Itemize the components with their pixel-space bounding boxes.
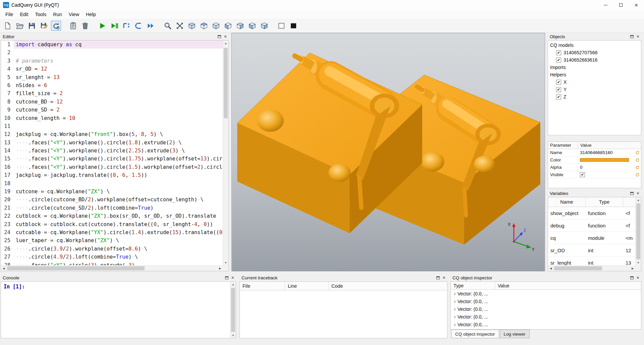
menu-edit[interactable]: Edit xyxy=(16,11,32,18)
code-line[interactable]: 3# parameters xyxy=(1,57,223,65)
code-line[interactable]: 7fillet_size·=·2 xyxy=(1,89,223,97)
code-line[interactable]: 6nSides·=·6 xyxy=(1,81,223,89)
expand-chevron-icon[interactable]: › xyxy=(452,322,458,327)
scroll-up-arrow[interactable]: ▲ xyxy=(223,41,228,46)
code-line[interactable]: 28····.faces("<Y").circle(3).extrude(-3) xyxy=(1,261,223,265)
fit-all-button[interactable] xyxy=(175,21,185,31)
expand-chevron-icon[interactable]: › xyxy=(452,299,458,304)
reset-button[interactable] xyxy=(634,171,641,178)
scrollbar-thumb[interactable] xyxy=(636,203,640,259)
menu-tools[interactable]: Tools xyxy=(32,11,50,18)
editor-vertical-scrollbar[interactable]: ▲ ▼ xyxy=(223,41,228,265)
visibility-checkbox[interactable]: ✔ xyxy=(556,50,561,55)
code-line[interactable]: 15····.faces("<Y").workplane().circle(1.… xyxy=(1,155,223,163)
variable-row-cq[interactable]: cqmodule<m xyxy=(548,232,635,244)
property-value[interactable]: ✔ xyxy=(578,171,634,178)
clipboard-button[interactable] xyxy=(68,21,78,31)
scroll-left-arrow[interactable]: ◀ xyxy=(548,266,553,271)
code-line[interactable]: 23cutblock·=·cutblock.cut(cutcone).trans… xyxy=(1,220,223,228)
close-button[interactable]: × xyxy=(629,0,644,10)
view-back-button[interactable] xyxy=(235,21,245,31)
autoreload-button[interactable] xyxy=(51,21,61,31)
column-header-type[interactable]: Type xyxy=(586,197,623,207)
maximize-button[interactable] xyxy=(613,0,629,10)
save-button[interactable] xyxy=(27,21,37,31)
expand-chevron-icon[interactable]: › xyxy=(452,306,458,312)
tree-item-imports[interactable]: Imports xyxy=(548,64,641,71)
view-front-button[interactable] xyxy=(223,21,233,31)
variables-table-header[interactable]: NameType xyxy=(548,197,635,207)
column-header-value[interactable]: Value xyxy=(495,282,641,289)
code-line[interactable]: 12jackplug·=·cq.Workplane("front").box(5… xyxy=(1,130,223,138)
menu-help[interactable]: Help xyxy=(83,11,99,18)
color-swatch[interactable] xyxy=(580,158,629,162)
column-header-file[interactable]: File xyxy=(240,282,285,290)
code-line[interactable]: 8cutcone_BD·=·12 xyxy=(1,98,223,106)
reset-button[interactable] xyxy=(634,156,641,163)
scroll-up-arrow[interactable]: ▲ xyxy=(230,282,236,287)
step-into-button[interactable] xyxy=(133,21,144,31)
scroll-up-arrow[interactable]: ▲ xyxy=(636,197,641,203)
view-right-button[interactable] xyxy=(259,21,269,31)
column-header-line[interactable]: Line xyxy=(285,282,329,290)
new-file-button[interactable] xyxy=(3,21,13,31)
visibility-checkbox[interactable]: ✔ xyxy=(556,80,561,85)
continue-button[interactable] xyxy=(146,21,156,31)
tab-cq-object-inspector[interactable]: CQ object inspector xyxy=(451,330,499,338)
view-bottom-button[interactable] xyxy=(211,21,221,31)
code-line[interactable]: 26····.circle(3.9/2).workplane(offset=8.… xyxy=(1,245,223,253)
inspector-row[interactable]: ›Vector: (0.0, ... xyxy=(451,297,641,305)
inspector-table-header[interactable]: Type Value xyxy=(451,282,641,290)
column-header-value[interactable]: Value xyxy=(578,142,641,149)
scrollbar-thumb[interactable] xyxy=(7,266,145,270)
code-line[interactable]: 27····.circle(4.9/2).loft(combine=True)·… xyxy=(1,253,223,261)
delete-button[interactable] xyxy=(80,21,90,31)
code-line[interactable]: 25luer_taper·=·cq.Workplane("ZX")·\ xyxy=(1,236,223,245)
scroll-right-arrow[interactable]: ▶ xyxy=(217,266,223,271)
run-button[interactable] xyxy=(97,21,107,31)
code-line[interactable]: 19cutcone·=·cq.Workplane("ZX")·\ xyxy=(1,188,223,196)
visibility-checkbox[interactable]: ✔ xyxy=(556,94,561,99)
visibility-checkbox[interactable]: ✔ xyxy=(556,87,561,92)
close-icon[interactable]: × xyxy=(443,275,445,280)
float-icon[interactable] xyxy=(630,276,634,279)
code-line[interactable]: 14····.faces("<Y").workplane().circle(2.… xyxy=(1,147,223,155)
float-icon[interactable] xyxy=(218,35,221,38)
scrollbar-thumb[interactable] xyxy=(224,48,228,118)
code-line[interactable]: 16····.faces("<Y").workplane().circle(1.… xyxy=(1,163,223,171)
view-top-button[interactable] xyxy=(199,21,209,31)
view-iso-button[interactable] xyxy=(187,21,197,31)
close-icon[interactable]: × xyxy=(637,34,639,39)
code-line[interactable]: 24cutcable·=·cq.Workplane("YX").circle(1… xyxy=(1,228,223,236)
step-over-button[interactable] xyxy=(121,21,131,31)
inspector-row[interactable]: ›Vector: (0.0, ... xyxy=(451,321,641,328)
code-line[interactable]: 5sr_lenght·=·13 xyxy=(1,73,223,81)
variable-row-debug[interactable]: debugfunction<f xyxy=(548,219,635,232)
column-header-name[interactable]: Name xyxy=(548,197,586,207)
scroll-down-arrow[interactable]: ▼ xyxy=(230,333,236,338)
console-body[interactable]: In [1]: ▲ ▼ xyxy=(1,281,236,338)
open-file-button[interactable] xyxy=(15,21,25,31)
column-header-parameter[interactable]: Parameter xyxy=(548,142,578,149)
debug-button[interactable] xyxy=(109,21,119,31)
visible-checkbox[interactable]: ✔ xyxy=(580,172,585,177)
code-line[interactable]: 13····.faces("<Y").workplane().circle(1.… xyxy=(1,139,223,147)
code-line[interactable]: 10cutcone_length·=·10 xyxy=(1,114,223,122)
properties-header[interactable]: Parameter Value xyxy=(548,142,641,149)
scrollbar-thumb[interactable] xyxy=(554,266,602,270)
variable-row-sr_lenght[interactable]: sr_lenghtint13 xyxy=(548,257,635,265)
column-header-value[interactable] xyxy=(623,197,635,207)
save-as-button[interactable] xyxy=(39,21,49,31)
tab-log-viewer[interactable]: Log viewer xyxy=(500,330,530,338)
menu-view[interactable]: View xyxy=(65,11,83,18)
variables-horizontal-scrollbar[interactable]: ◀ ▶ xyxy=(548,265,635,271)
tree-item-helpers[interactable]: Helpers xyxy=(548,71,641,78)
code-line[interactable]: 11 xyxy=(1,122,223,130)
zoom-fit-button[interactable] xyxy=(163,21,173,31)
property-value[interactable]: 3140646685160 xyxy=(578,149,634,156)
scrollbar-thumb[interactable] xyxy=(231,288,235,332)
float-icon[interactable] xyxy=(630,192,634,195)
property-value[interactable]: 0 xyxy=(578,164,634,171)
tree-item-3140652683616[interactable]: ✔3140652683616 xyxy=(548,56,641,64)
property-value[interactable] xyxy=(578,156,634,163)
